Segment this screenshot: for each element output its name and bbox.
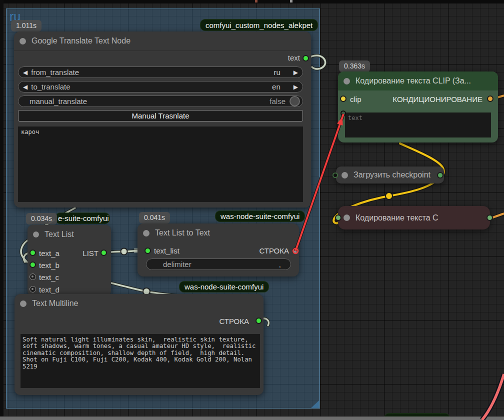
node-header[interactable]: Text List: [28, 225, 111, 244]
widget-value: ,: [279, 260, 281, 268]
output-port-list[interactable]: [100, 250, 107, 256]
input-label: text_list: [154, 246, 180, 255]
exec-time-badge: 0.363s: [339, 60, 370, 72]
top-edge-mark: [255, 0, 258, 2]
prev-arrow-icon[interactable]: ◀: [23, 69, 28, 76]
widget-manual-translate[interactable]: manual_translate false: [18, 96, 303, 107]
input-label: text_b: [39, 261, 60, 270]
node-google-translate[interactable]: Google Translate Text Node text ◀ from_t…: [14, 32, 311, 208]
node-text-list-to-text[interactable]: Text List to Text text_list СТРОКА delim…: [138, 224, 299, 276]
input-port-clip[interactable]: [340, 96, 346, 102]
input-port-text-list[interactable]: [144, 248, 151, 254]
window-top-edge: [0, 0, 504, 4]
node-header[interactable]: Google Translate Text Node: [14, 32, 311, 50]
input-port-text-a[interactable]: [30, 250, 36, 256]
input-port[interactable]: [335, 214, 342, 221]
node-header[interactable]: Text Multiline: [14, 294, 264, 313]
input-label: clip: [350, 95, 362, 104]
output-label: СТРОКА: [219, 317, 249, 326]
output-port-string[interactable]: [256, 318, 262, 324]
node-clip-encode[interactable]: Кодирование текста CLIP (За... clip КОНД…: [338, 72, 498, 142]
output-port[interactable]: [437, 172, 444, 178]
toggle-knob[interactable]: [290, 96, 300, 106]
node-header[interactable]: Загрузить checkpoint: [336, 166, 444, 184]
exec-time-badge: 0.041s: [139, 212, 170, 224]
repo-badge: was-node-suite-comfyui: [215, 210, 305, 222]
node-text-list[interactable]: Text List text_a text_b text_c text_d LI…: [28, 225, 111, 296]
input-label: text_a: [39, 249, 60, 258]
collapse-dot-icon[interactable]: [344, 214, 350, 221]
output-port-conditioning[interactable]: [487, 96, 494, 102]
widget-label: to_translate: [31, 82, 70, 91]
node-clip-encode-negative[interactable]: Кодирование текста C: [338, 206, 490, 230]
node-title: Кодирование текста CLIP (За...: [356, 76, 471, 86]
collapse-dot-icon[interactable]: [20, 300, 26, 307]
node-text-multiline[interactable]: Text Multiline СТРОКА Soft natural light…: [14, 294, 264, 395]
widget-to-translate[interactable]: ◀ to_translate en ▶: [18, 81, 303, 92]
node-header[interactable]: Кодирование текста C: [338, 206, 490, 230]
collapse-dot-icon[interactable]: [143, 230, 150, 236]
translate-text-area[interactable]: кароч: [18, 126, 303, 202]
node-header[interactable]: Кодирование текста CLIP (За...: [338, 72, 498, 90]
widget-label: manual_translate: [30, 97, 87, 106]
input-port-text[interactable]: [340, 110, 346, 116]
exec-time-badge: 0.034s: [26, 213, 57, 224]
text-widget[interactable]: text: [345, 112, 491, 138]
input-label: text_d: [39, 286, 60, 294]
output-label: КОНДИЦИОНИРОВАНИЕ: [392, 95, 482, 104]
manual-translate-button[interactable]: Manual Trasnlate: [18, 110, 303, 122]
input-label: text_c: [39, 273, 59, 282]
repo-badge: was-node-suite-comfyui: [179, 281, 269, 292]
node-title: Text Multiline: [32, 299, 78, 308]
output-label: LIST: [82, 249, 98, 258]
output-label: СТРОКА: [259, 246, 289, 255]
collapse-dot-icon[interactable]: [344, 78, 350, 84]
exec-time-badge: 1.011s: [11, 20, 42, 32]
node-header[interactable]: Text List to Text: [138, 224, 299, 242]
top-edge-mark: [290, 0, 292, 2]
multiline-text-area[interactable]: Soft natural light illuminates skin, rea…: [20, 334, 260, 388]
window-bottom-edge: [0, 416, 504, 420]
input-port-text-b[interactable]: [30, 262, 36, 268]
input-port-text-d[interactable]: [30, 286, 36, 292]
node-title: Загрузить checkpoint: [354, 170, 430, 180]
window-left-edge: [0, 0, 4, 420]
collapse-dot-icon[interactable]: [20, 38, 26, 44]
comfyui-canvas: ru: [0, 0, 504, 420]
output-port-text[interactable]: [302, 55, 309, 62]
widget-value: ru: [274, 68, 280, 76]
divider: [14, 50, 311, 51]
output-port-string[interactable]: [292, 248, 298, 254]
input-port-text-c[interactable]: [30, 274, 36, 280]
repo-badge: comfyui_custom_nodes_alekpet: [200, 19, 318, 31]
collapse-dot-icon[interactable]: [342, 172, 348, 178]
widget-value: false: [270, 97, 286, 106]
widget-delimiter[interactable]: delimiter ,: [146, 258, 291, 270]
output-label: text: [288, 54, 300, 62]
collapsed-input-port[interactable]: [332, 172, 338, 178]
node-load-checkpoint[interactable]: Загрузить checkpoint: [336, 166, 444, 184]
node-title: Text List: [44, 230, 74, 239]
output-port[interactable]: [486, 214, 493, 221]
next-arrow-icon[interactable]: ▶: [294, 84, 298, 90]
node-title: Кодирование текста C: [356, 214, 438, 222]
widget-value: en: [272, 82, 280, 91]
widget-label: delimiter: [163, 260, 192, 268]
collapse-dot-icon[interactable]: [33, 232, 39, 238]
widget-from-translate[interactable]: ◀ from_translate ru ▶: [18, 66, 303, 78]
group-resize-handle[interactable]: [311, 400, 319, 408]
node-title: Google Translate Text Node: [32, 36, 130, 46]
node-title: Text List to Text: [155, 228, 210, 238]
prev-arrow-icon[interactable]: ◀: [23, 84, 28, 90]
repo-badge: e-suite-comfyui: [55, 212, 110, 224]
next-arrow-icon[interactable]: ▶: [294, 69, 298, 76]
widget-label: from_translate: [31, 68, 79, 76]
